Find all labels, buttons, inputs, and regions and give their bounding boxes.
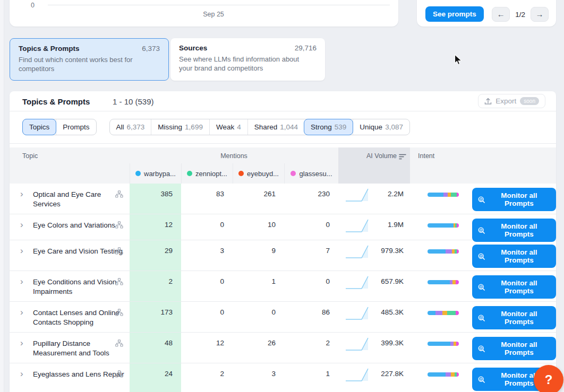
svg-text:@: @ bbox=[480, 346, 483, 350]
page-indicator: 1/2 bbox=[515, 11, 525, 19]
topic-cell[interactable]: › Pupillary Distance Measurement and Too… bbox=[10, 333, 130, 363]
chevron-right-icon[interactable]: › bbox=[20, 308, 23, 317]
filter-strong[interactable]: Strong539 bbox=[304, 119, 353, 135]
brand-dot bbox=[187, 171, 192, 176]
mentions-cell-zennioptical: 3 bbox=[181, 240, 233, 271]
topic-label: Pupillary Distance Measurement and Tools bbox=[33, 339, 109, 357]
monitor-magnifier-icon: @ bbox=[478, 345, 485, 353]
intent-distribution-bar bbox=[428, 372, 459, 377]
table-row: › Eye Care and Vision Testing 29 3 9 7 9… bbox=[10, 240, 556, 271]
mini-chart-card: 0 Sep 25 bbox=[10, 0, 398, 27]
arrow-left-icon: ← bbox=[497, 10, 505, 19]
mentions-cell-zennioptical: 0 bbox=[181, 302, 233, 332]
sitemap-icon[interactable] bbox=[115, 309, 123, 316]
nav-card-topics-prompts[interactable]: Topics & Prompts 6,373 Find out which co… bbox=[10, 38, 169, 81]
sitemap-icon[interactable] bbox=[115, 221, 123, 229]
topic-cell[interactable]: › Eyeglasses and Lens Repair bbox=[10, 363, 130, 392]
monitor-button-label: Monitor all Prompts bbox=[489, 279, 549, 295]
sitemap-icon[interactable] bbox=[115, 370, 123, 378]
ai-volume-value: 657.9K bbox=[372, 271, 410, 285]
competitor-glassesusa[interactable]: glassesu... bbox=[284, 163, 338, 184]
prev-page-button[interactable]: ← bbox=[492, 7, 510, 22]
ai-volume-cell: 657.9K bbox=[338, 271, 410, 301]
chart-x-axis-label: Sep 25 bbox=[10, 11, 417, 18]
competitor-warbyparker[interactable]: warbypa... bbox=[130, 163, 181, 184]
mentions-cell-zennioptical: 2 bbox=[181, 363, 233, 392]
sitemap-icon[interactable] bbox=[115, 278, 123, 285]
topic-cell[interactable]: › Eye Care and Vision Testing bbox=[10, 240, 130, 271]
topic-cell[interactable]: › Contact Lenses and Online Contacts Sho… bbox=[10, 302, 130, 332]
sitemap-icon[interactable] bbox=[115, 247, 123, 255]
monitor-magnifier-icon: @ bbox=[478, 283, 485, 291]
see-prompts-button[interactable]: See prompts bbox=[425, 6, 484, 22]
monitor-all-prompts-button[interactable]: @ Monitor all Prompts bbox=[472, 188, 556, 211]
filter-row: Topics Prompts All6,373 Missing1,699 Wea… bbox=[22, 119, 410, 135]
monitor-all-prompts-button[interactable]: @ Monitor all Prompts bbox=[472, 245, 556, 268]
nav-card-sources[interactable]: Sources 29,716 See where LLMs find infor… bbox=[170, 38, 325, 81]
monitor-magnifier-icon: @ bbox=[478, 314, 485, 322]
intent-cell: @ Monitor all Prompts bbox=[410, 302, 556, 332]
mentions-cell-glassesusa: 7 bbox=[284, 240, 338, 271]
nav-card-description: Find out which content works best for co… bbox=[19, 55, 151, 73]
chevron-right-icon[interactable]: › bbox=[20, 189, 23, 198]
svg-text:@: @ bbox=[480, 228, 483, 231]
filter-shared[interactable]: Shared1,044 bbox=[247, 119, 304, 135]
ai-volume-cell: 1.9M bbox=[338, 214, 410, 240]
trend-sparkline bbox=[345, 304, 372, 322]
ai-volume-value: 979.3K bbox=[372, 240, 410, 255]
table-range-label: 1 - 10 (539) bbox=[113, 97, 154, 106]
mentions-cell-eyebuydirect: 0 bbox=[233, 302, 284, 332]
export-label: Export bbox=[495, 97, 516, 105]
mentions-cell-eyebuydirect: 3 bbox=[233, 363, 284, 392]
monitor-all-prompts-button[interactable]: @ Monitor all Prompts bbox=[472, 275, 556, 299]
col-header-intent: Intent bbox=[418, 152, 434, 160]
sitemap-icon[interactable] bbox=[115, 339, 123, 347]
chevron-right-icon[interactable]: › bbox=[20, 220, 23, 229]
filter-missing[interactable]: Missing1,699 bbox=[151, 119, 209, 135]
toggle-prompts[interactable]: Prompts bbox=[56, 119, 96, 135]
topic-cell[interactable]: › Eye Colors and Variations bbox=[10, 214, 130, 240]
mentions-cell-warbyparker: 24 bbox=[130, 363, 181, 392]
export-button[interactable]: Export soon bbox=[478, 94, 545, 108]
table-row: › Contact Lenses and Online Contacts Sho… bbox=[10, 302, 556, 333]
table-title-row: Topics & Prompts 1 - 10 (539) Export soo… bbox=[10, 91, 556, 111]
filter-weak[interactable]: Weak4 bbox=[209, 119, 247, 135]
topic-label: Eyeglasses and Lens Repair bbox=[33, 370, 124, 378]
trend-sparkline bbox=[345, 242, 372, 260]
nav-card-description: See where LLMs find information about yo… bbox=[179, 55, 312, 73]
chevron-right-icon[interactable]: › bbox=[20, 369, 23, 378]
mentions-cell-eyebuydirect: 10 bbox=[233, 214, 284, 240]
pagination: ← 1/2 → bbox=[492, 7, 549, 22]
chevron-right-icon[interactable]: › bbox=[20, 277, 23, 286]
table-row: › Optical and Eye Care Services 385 83 2… bbox=[10, 184, 556, 214]
topic-cell[interactable]: › Optical and Eye Care Services bbox=[10, 184, 130, 214]
table-row: › Pupillary Distance Measurement and Too… bbox=[10, 333, 556, 363]
mentions-cell-eyebuydirect: 261 bbox=[233, 184, 284, 214]
intent-cell: @ Monitor all Prompts bbox=[410, 184, 556, 214]
monitor-all-prompts-button[interactable]: @ Monitor all Prompts bbox=[472, 219, 556, 242]
col-header-ai-volume[interactable]: AI Volume bbox=[338, 152, 397, 160]
sitemap-icon[interactable] bbox=[115, 190, 123, 198]
monitor-all-prompts-button[interactable]: @ Monitor all Prompts bbox=[472, 306, 556, 329]
chevron-right-icon[interactable]: › bbox=[20, 246, 23, 255]
filter-all[interactable]: All6,373 bbox=[110, 119, 151, 135]
topic-cell[interactable]: › Eye Conditions and Vision Impairments bbox=[10, 271, 130, 301]
toggle-topics[interactable]: Topics bbox=[22, 119, 56, 135]
chevron-right-icon[interactable]: › bbox=[20, 338, 23, 347]
chart-x-axis-line bbox=[48, 5, 390, 5]
ai-volume-cell: 2.2M bbox=[338, 184, 410, 214]
intent-distribution-bar bbox=[428, 311, 459, 315]
table-header: Topic Mentions AI Volume Intent warbypa.… bbox=[10, 147, 556, 184]
filter-unique[interactable]: Unique3,087 bbox=[353, 119, 409, 135]
nav-card-count: 6,373 bbox=[142, 45, 160, 53]
next-page-button[interactable]: → bbox=[531, 7, 549, 22]
brand-dot bbox=[238, 171, 244, 176]
table-title: Topics & Prompts bbox=[22, 97, 90, 106]
help-button[interactable]: ? bbox=[534, 365, 563, 392]
brand-dot bbox=[135, 171, 141, 176]
competitor-eyebuydirect[interactable]: eyebuyd... bbox=[233, 163, 284, 184]
monitor-all-prompts-button[interactable]: @ Monitor all Prompts bbox=[472, 337, 556, 360]
competitor-zennioptical[interactable]: zenniopt... bbox=[181, 163, 233, 184]
table-row: › Eyeglasses and Lens Repair 24 2 3 1 22… bbox=[10, 363, 556, 392]
sort-icon[interactable] bbox=[399, 154, 406, 160]
